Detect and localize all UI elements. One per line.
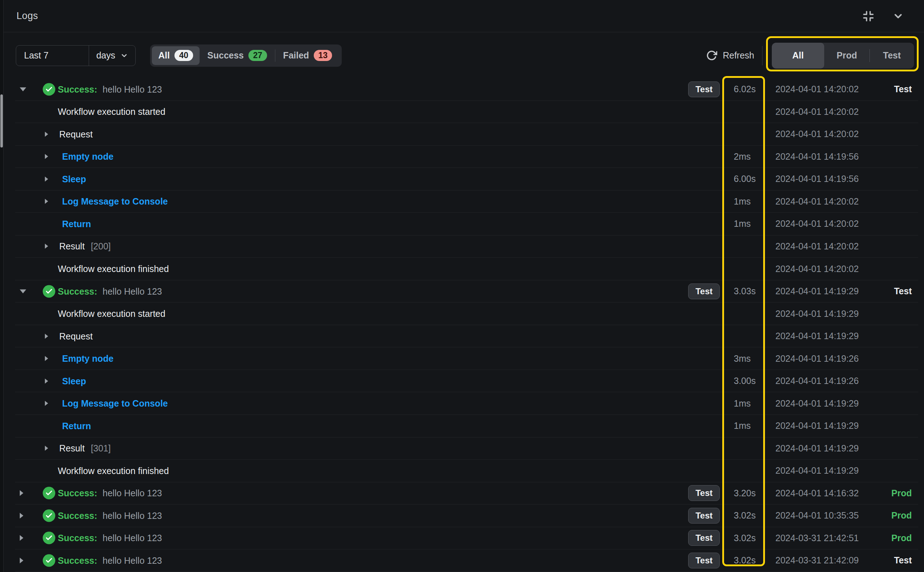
caret-right-icon[interactable] [20,558,23,563]
log-row[interactable]: Log Message to Console1ms2024-04-01 14:2… [15,191,918,213]
step-title: Result[200] [59,241,110,252]
step-link[interactable]: Sleep [62,376,86,386]
range-unit-select[interactable]: days [89,45,135,66]
test-button[interactable]: Test [688,81,720,97]
workflow-message: hello Hello 123 [103,84,162,94]
env-cell [871,123,918,145]
log-row[interactable]: Workflow execution started2024-04-01 14:… [15,303,918,325]
caret-down-icon[interactable] [20,87,26,91]
collapse-icon[interactable] [862,10,874,22]
filter-bar: Last 7 days All 40 Success 27 Failed 13 [0,33,924,78]
range-value-input[interactable]: Last 7 [16,45,89,66]
time-range-picker: Last 7 days [16,45,136,66]
caret-right-icon[interactable] [20,490,23,496]
status-tab-failed[interactable]: Failed 13 [275,46,340,65]
caret-right-icon[interactable] [45,334,48,339]
success-check-icon [43,83,55,95]
logs-panel: Logs Last 7 days [0,0,924,572]
refresh-button[interactable]: Refresh [706,50,754,61]
timestamp-cell: 2024-04-01 14:19:29 [767,325,871,347]
duration-cell: 1ms [725,415,767,437]
caret-right-icon[interactable] [45,356,48,361]
chevron-down-icon[interactable] [893,11,904,22]
log-group-row[interactable]: Success:hello Hello 123Test3.02s2024-04-… [15,505,918,527]
log-row[interactable]: Workflow execution finished2024-04-01 14… [15,258,918,280]
caret-right-icon[interactable] [20,513,23,519]
range-unit-label: days [96,50,115,61]
left-scrollbar[interactable] [0,0,3,572]
caret-down-icon[interactable] [20,289,26,293]
status-tab-label: All [158,50,170,61]
timestamp-cell: 2024-04-01 14:20:02 [767,235,871,258]
result-code: [200] [91,241,111,251]
row-main: Request [15,123,682,145]
timestamp-cell: 2024-04-01 14:19:26 [767,370,871,392]
log-group-row[interactable]: Success:hello Hello 123Test3.02s2024-03-… [15,549,918,572]
log-group-row[interactable]: Success:hello Hello 123Test3.03s2024-04-… [15,280,918,303]
test-button[interactable]: Test [688,553,720,569]
caret-right-icon[interactable] [45,446,48,451]
top-bar: Logs [0,0,924,32]
caret-right-icon[interactable] [45,199,48,204]
row-main: Workflow execution finished [15,258,682,280]
badge-cell: Test [682,549,725,572]
log-group-row[interactable]: Success:hello Hello 123Test6.02s2024-04-… [15,78,918,101]
duration-cell: 3.00s [725,370,767,392]
status-tab-label: Success [207,50,244,61]
caret-right-icon[interactable] [45,379,48,384]
scrollbar-thumb[interactable] [0,94,3,148]
caret-right-icon[interactable] [20,535,23,541]
step-text: Result [59,443,85,453]
env-tab-prod[interactable]: Prod [824,43,870,68]
group-title: Success:hello Hello 123 [58,488,162,499]
caret-right-icon[interactable] [45,154,48,159]
log-row[interactable]: Sleep3.00s2024-04-01 14:19:26 [15,370,918,393]
test-button[interactable]: Test [688,485,720,501]
badge-cell [682,258,725,280]
env-tab-test[interactable]: Test [870,43,914,68]
step-link[interactable]: Return [62,219,91,229]
caret-right-icon[interactable] [45,177,48,182]
log-row[interactable]: Empty node3ms2024-04-01 14:19:26 [15,347,918,370]
env-cell: Test [871,78,918,101]
log-row[interactable]: Workflow execution finished2024-04-01 14… [15,460,918,482]
caret-right-icon[interactable] [45,244,48,249]
env-cell [871,235,918,258]
step-link[interactable]: Log Message to Console [62,196,168,207]
step-link[interactable]: Return [62,421,91,431]
test-button[interactable]: Test [688,508,720,524]
status-tab-success[interactable]: Success 27 [199,46,275,65]
duration-cell [725,258,767,280]
step-link[interactable]: Sleep [62,174,86,184]
env-tab-all[interactable]: All [772,43,824,68]
badge-cell [682,168,725,190]
step-link[interactable]: Empty node [62,353,114,364]
timestamp-cell: 2024-04-01 10:35:35 [767,505,871,527]
env-cell [871,146,918,168]
step-text: Request [59,129,93,139]
log-row[interactable]: Return1ms2024-04-01 14:19:29 [15,415,918,437]
log-row[interactable]: Return1ms2024-04-01 14:20:02 [15,213,918,235]
log-row[interactable]: Workflow execution started2024-04-01 14:… [15,101,918,123]
caret-right-icon[interactable] [45,401,48,406]
log-row[interactable]: Empty node2ms2024-04-01 14:19:56 [15,146,918,168]
step-link[interactable]: Log Message to Console [62,398,168,409]
log-row[interactable]: Request2024-04-01 14:20:02 [15,123,918,146]
test-button[interactable]: Test [688,530,720,546]
test-button[interactable]: Test [688,283,720,299]
badge-cell [682,213,725,235]
log-group-row[interactable]: Success:hello Hello 123Test3.02s2024-03-… [15,527,918,550]
log-row[interactable]: Result[200]2024-04-01 14:20:02 [15,235,918,258]
log-row[interactable]: Request2024-04-01 14:19:29 [15,325,918,348]
status-tab-all[interactable]: All 40 [152,46,199,65]
badge-cell: Test [682,527,725,549]
duration-cell: 3ms [725,347,767,370]
step-link[interactable]: Empty node [62,151,114,162]
env-cell [871,347,918,370]
log-group-row[interactable]: Success:hello Hello 123Test3.20s2024-04-… [15,482,918,505]
log-row[interactable]: Sleep6.00s2024-04-01 14:19:56 [15,168,918,191]
log-row[interactable]: Log Message to Console1ms2024-04-01 14:1… [15,392,918,415]
caret-right-icon[interactable] [45,132,48,137]
workflow-message: hello Hello 123 [103,555,162,565]
log-row[interactable]: Result[301]2024-04-01 14:19:29 [15,437,918,460]
